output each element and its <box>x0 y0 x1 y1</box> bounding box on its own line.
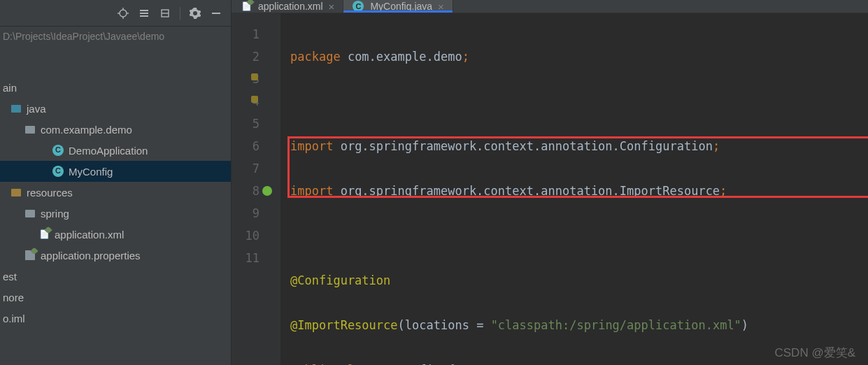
editor-tabs: 📄 application.xml × C MyConfig.java × <box>232 0 868 13</box>
project-toolbar <box>0 0 231 27</box>
tree-node-demoapplication[interactable]: CDemoApplication <box>0 140 231 161</box>
svg-point-0 <box>120 10 127 17</box>
tree-node-myconfig[interactable]: CMyConfig <box>0 161 231 182</box>
spring-gutter-icon[interactable] <box>262 186 272 196</box>
breadcrumb: D:\Projects\IdeaProject\Javaee\demo <box>0 27 231 49</box>
collapse-all-icon[interactable] <box>156 4 174 22</box>
watermark: CSDN @爱笑& <box>775 345 856 361</box>
tree-node-test[interactable]: est <box>0 266 231 287</box>
tree-node-main[interactable]: ain <box>0 77 231 98</box>
tree-node-iml[interactable]: o.iml <box>0 308 231 329</box>
svg-rect-6 <box>140 13 148 14</box>
tree-node-resources[interactable]: resources <box>0 182 231 203</box>
gutter-marker-icon[interactable] <box>251 73 258 80</box>
class-file-icon: C <box>352 0 364 13</box>
expand-all-icon[interactable] <box>135 4 153 22</box>
svg-rect-7 <box>140 15 148 17</box>
close-icon[interactable]: × <box>438 1 444 13</box>
locate-icon[interactable] <box>114 4 132 22</box>
tab-myconfig-java[interactable]: C MyConfig.java × <box>343 0 453 13</box>
code-editor[interactable]: 1 2 3 4 5 6 7 8 9 10 11 package com.exam… <box>232 13 868 365</box>
toolbar-separator <box>180 7 180 20</box>
svg-rect-10 <box>212 13 220 14</box>
xml-file-icon: 📄 <box>240 0 252 13</box>
tree-node-java[interactable]: java <box>0 98 231 119</box>
hide-icon[interactable] <box>207 4 225 22</box>
tree-node-ignore[interactable]: nore <box>0 287 231 308</box>
tab-label: MyConfig.java <box>370 1 432 12</box>
close-icon[interactable]: × <box>329 1 335 13</box>
tree-node-application-properties[interactable]: application.properties <box>0 245 231 266</box>
tree-node-application-xml[interactable]: 📄application.xml <box>0 224 231 245</box>
tree-node-package[interactable]: com.example.demo <box>0 119 231 140</box>
gutter: 1 2 3 4 5 6 7 8 9 10 11 <box>232 13 280 365</box>
tab-application-xml[interactable]: 📄 application.xml × <box>232 0 343 13</box>
project-sidebar: D:\Projects\IdeaProject\Javaee\demo ain … <box>0 0 232 365</box>
editor-panel: 📄 application.xml × C MyConfig.java × 1 … <box>232 0 868 365</box>
gutter-marker-icon[interactable] <box>251 96 258 103</box>
tree-node-spring[interactable]: spring <box>0 203 231 224</box>
project-tree[interactable]: ain java com.example.demo CDemoApplicati… <box>0 49 231 365</box>
svg-rect-5 <box>140 10 148 11</box>
code-content[interactable]: package com.example.demo; import org.spr… <box>280 13 868 365</box>
gear-icon[interactable] <box>186 4 204 22</box>
tab-label: application.xml <box>258 1 323 12</box>
